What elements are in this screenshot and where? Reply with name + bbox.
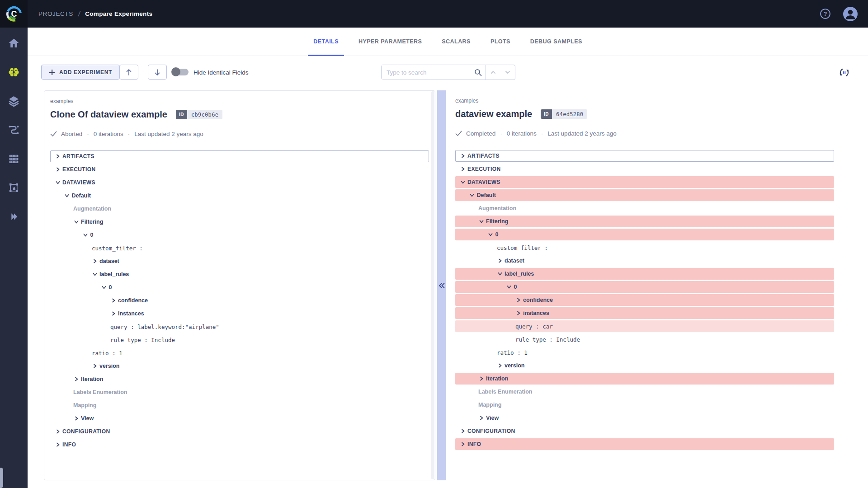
chevron-down-icon — [469, 192, 475, 198]
tree-row[interactable]: dataset — [50, 255, 429, 267]
experiment-title: dataview example — [455, 109, 532, 119]
tree-row[interactable]: 0 — [455, 229, 834, 240]
experiment-id-badge[interactable]: ID cb9c0b6e — [176, 110, 222, 119]
add-experiment-button[interactable]: ADD EXPERIMENT — [41, 65, 120, 80]
tree-row[interactable]: Iteration — [50, 373, 429, 385]
status-row: Completed · 0 iterations · Last updated … — [455, 130, 834, 137]
workers-queues-icon[interactable] — [0, 150, 28, 168]
tree-row[interactable]: CONFIGURATION — [50, 426, 429, 437]
tree-row[interactable]: confidence — [455, 294, 834, 306]
tree-row[interactable]: label_rules — [50, 268, 429, 280]
home-icon[interactable] — [0, 34, 28, 52]
dot-separator: · — [128, 131, 130, 137]
tab-hyper-parameters[interactable]: HYPER PARAMETERS — [359, 28, 422, 56]
tree-row[interactable]: Filtering — [50, 216, 429, 228]
tree-row[interactable]: Iteration — [455, 373, 834, 385]
tree-row[interactable]: View — [455, 412, 834, 424]
experiment-id-badge[interactable]: ID 64ed5280 — [541, 109, 587, 119]
tree-row-label: Labels Enumeration — [73, 389, 127, 395]
tree-row-label: 0 — [109, 284, 112, 291]
tree-row[interactable]: instances — [455, 307, 834, 319]
updated-text: Last updated 2 years ago — [134, 131, 203, 137]
tree-row[interactable]: INFO — [455, 438, 834, 450]
id-label: ID — [176, 110, 187, 119]
tree-row[interactable]: instances — [50, 308, 429, 319]
tab-details[interactable]: DETAILS — [313, 28, 339, 56]
tree-row-label: query : label.keyword:"airplane" — [110, 324, 219, 330]
tree-row[interactable]: DATAVIEWS — [50, 177, 429, 188]
projects-brain-icon[interactable] — [0, 63, 28, 81]
tree-row-label: Mapping — [478, 402, 501, 408]
expand-double-chevron-icon[interactable] — [0, 207, 28, 225]
iterations-text: 0 iterations — [507, 130, 537, 137]
datasets-layers-icon[interactable] — [0, 92, 28, 110]
add-experiment-label: ADD EXPERIMENT — [59, 69, 112, 75]
dot-separator: · — [541, 130, 543, 137]
chevron-right-icon — [73, 416, 79, 421]
tree-row-label: 0 — [514, 284, 517, 290]
tab-debug-samples[interactable]: DEBUG SAMPLES — [530, 28, 582, 56]
chevron-right-icon — [110, 311, 116, 316]
tree-row[interactable]: version — [455, 360, 834, 371]
sidebar-resize-notch[interactable] — [0, 468, 3, 488]
search-next-button[interactable] — [500, 65, 515, 80]
tree-row-label: 0 — [495, 231, 499, 238]
chevron-down-icon — [64, 193, 70, 198]
pipelines-icon[interactable] — [0, 121, 28, 139]
tree-row-label: label_rules — [505, 271, 534, 277]
search-input[interactable] — [382, 65, 470, 80]
tree-row[interactable]: CONFIGURATION — [455, 425, 834, 437]
tree-row[interactable]: 0 — [50, 229, 429, 241]
tree-row[interactable]: 0 — [455, 281, 834, 293]
tree-row-label: ratio : 1 — [497, 349, 528, 356]
tree-row[interactable]: ARTIFACTS — [455, 150, 834, 162]
panel-collapse-handle[interactable] — [437, 90, 446, 480]
chevron-down-icon — [92, 272, 98, 277]
tree-row-label: Default — [72, 192, 91, 199]
move-up-button[interactable] — [119, 65, 138, 80]
move-down-button[interactable] — [148, 65, 167, 80]
tree-row[interactable]: EXECUTION — [455, 163, 834, 175]
tree-row[interactable]: version — [50, 360, 429, 372]
chevron-right-icon — [478, 415, 484, 421]
chevron-right-icon — [515, 297, 521, 303]
annotation-frame-icon[interactable] — [0, 178, 28, 197]
tree-row[interactable]: dataset — [455, 255, 834, 267]
breadcrumb-projects[interactable]: PROJECTS — [38, 10, 73, 17]
svg-text:C: C — [11, 9, 17, 19]
chevron-right-icon — [497, 363, 503, 368]
tree-row[interactable]: label_rules — [455, 268, 834, 280]
avatar[interactable] — [843, 6, 858, 22]
tree-row-label: rule type : Include — [515, 336, 580, 343]
chevron-right-icon — [73, 376, 79, 382]
chevron-down-icon — [488, 232, 494, 237]
tab-plots[interactable]: PLOTS — [491, 28, 510, 56]
tab-scalars[interactable]: SCALARS — [442, 28, 471, 56]
tree-row: Mapping — [50, 399, 429, 411]
tree-row[interactable]: Filtering — [455, 216, 834, 227]
tree-row: rule type : Include — [50, 334, 429, 346]
dot-separator: · — [500, 130, 502, 137]
tree-row-label: query : car — [515, 323, 553, 330]
tree-row: Augmentation — [50, 203, 429, 215]
tree-row[interactable]: 0 — [50, 282, 429, 293]
auto-refresh-icon[interactable] — [838, 66, 850, 78]
clearml-logo[interactable]: C — [0, 0, 28, 28]
help-icon[interactable]: ? — [820, 8, 831, 19]
panel-scrollbar[interactable] — [431, 91, 434, 479]
tree-row[interactable]: EXECUTION — [50, 164, 429, 175]
tree-row: Mapping — [455, 399, 834, 411]
breadcrumb-current: Compare Experiments — [85, 10, 152, 17]
tree-row[interactable]: DATAVIEWS — [455, 176, 834, 188]
tree-row[interactable]: ARTIFACTS — [50, 150, 429, 162]
iterations-text: 0 iterations — [94, 131, 123, 137]
tree-row[interactable]: Default — [50, 190, 429, 202]
tree-row[interactable]: View — [50, 413, 429, 424]
tree-row[interactable]: Default — [455, 189, 834, 201]
hide-identical-toggle[interactable] — [172, 69, 189, 75]
tree-row-label: Labels Enumeration — [478, 389, 532, 395]
details-tree: ARTIFACTSEXECUTIONDATAVIEWSDefaultAugmen… — [50, 150, 429, 450]
tree-row[interactable]: INFO — [50, 439, 429, 450]
tree-row[interactable]: confidence — [50, 295, 429, 306]
search-prev-button[interactable] — [486, 65, 500, 80]
